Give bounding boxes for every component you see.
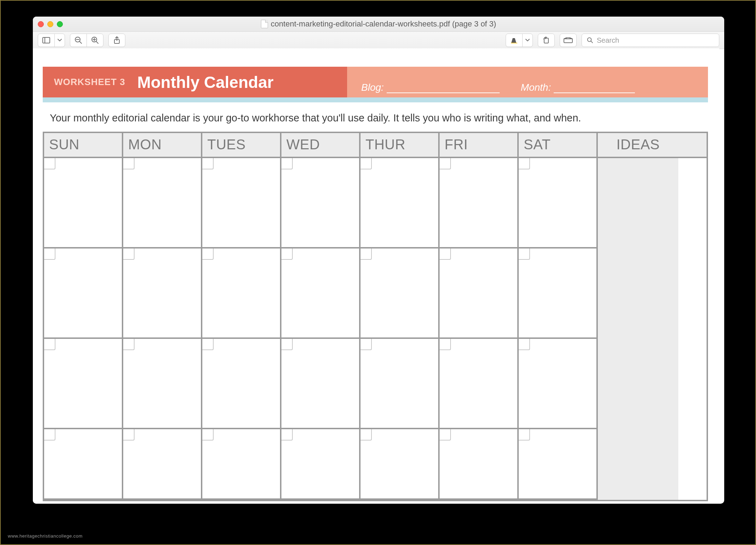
date-number-box [519,248,530,260]
calendar-cell [361,339,440,429]
date-number-box [361,158,372,169]
svg-rect-11 [511,43,517,43]
close-icon[interactable] [38,21,44,27]
svg-rect-0 [43,37,50,43]
calendar-cell [281,158,361,248]
calendar-cell [519,158,598,248]
date-number-box [281,339,293,350]
calendar-cell [202,429,281,500]
zoom-in-button[interactable] [87,34,103,47]
search-input[interactable]: Search [582,34,719,47]
zoom-out-button[interactable] [70,34,87,47]
calendar-row [44,339,598,429]
svg-line-3 [79,41,82,43]
calendar-row [44,429,598,500]
pdf-page: WORKSHEET 3 Monthly Calendar Blog: Month… [43,67,708,501]
zoom-icon[interactable] [57,21,63,27]
date-number-box [44,158,55,169]
svg-point-16 [588,38,591,42]
worksheet-number: WORKSHEET 3 [54,77,125,88]
calendar-row [44,248,598,339]
document-viewport[interactable]: WORKSHEET 3 Monthly Calendar Blog: Month… [33,48,719,504]
calendar-cell [44,339,123,429]
calendar-cell [202,339,281,429]
highlight-button[interactable] [506,34,523,47]
sidebar-toggle-button[interactable] [38,34,55,47]
watermark: www.heritagechristiancollege.com [8,533,83,539]
calendar-cell [44,248,123,339]
app-window: content-marketing-editorial-calendar-wor… [33,17,724,504]
intro-text: Your monthly editorial calendar is your … [50,112,708,124]
rotate-button[interactable] [538,34,555,47]
svg-rect-13 [564,39,572,43]
calendar-cell [440,248,519,339]
date-number-box [281,248,293,260]
date-number-box [361,429,372,441]
calendar: SUN MON TUES WED THUR FRI SAT IDEAS [43,132,708,501]
zoom-group [70,34,103,47]
toolbar: Search [33,32,724,49]
day-header-sat: SAT [519,133,598,157]
day-header-sun: SUN [44,133,123,157]
document-icon [261,20,268,28]
calendar-cell [123,339,202,429]
window-title: content-marketing-editorial-calendar-wor… [271,19,496,29]
calendar-cell [281,339,361,429]
calendar-cell [361,158,440,248]
svg-line-17 [591,41,593,43]
date-number-box [202,248,214,260]
date-number-box [123,248,135,260]
date-number-box [281,158,293,169]
markup-group [506,34,533,47]
date-number-box [519,429,530,441]
calendar-cell [519,248,598,339]
date-number-box [281,429,293,441]
date-number-box [202,429,214,441]
date-number-box [44,429,55,441]
date-number-box [361,339,372,350]
date-number-box [202,339,214,350]
date-number-box [123,429,135,441]
markup-toolbar-button[interactable] [560,34,577,47]
minimize-icon[interactable] [47,21,53,27]
calendar-cell [281,429,361,500]
day-header-thu: THUR [361,133,440,157]
date-number-box [123,158,135,169]
date-number-box [361,248,372,260]
share-button[interactable] [108,34,125,47]
calendar-cell [281,248,361,339]
calendar-cell [361,248,440,339]
sidebar-menu-button[interactable] [54,34,65,47]
calendar-cell [519,339,598,429]
calendar-cell [123,158,202,248]
highlight-menu-button[interactable] [522,34,533,47]
svg-line-6 [96,41,98,43]
ideas-column [598,158,678,500]
date-number-box [519,158,530,169]
svg-rect-12 [544,38,548,43]
date-number-box [44,248,55,260]
month-label: Month: [521,82,551,93]
worksheet-title: Monthly Calendar [137,73,274,92]
calendar-header-row: SUN MON TUES WED THUR FRI SAT IDEAS [44,133,707,158]
blog-label: Blog: [361,82,384,93]
worksheet-banner: WORKSHEET 3 Monthly Calendar Blog: Month… [43,67,708,97]
day-header-tue: TUES [202,133,281,157]
calendar-cell [44,429,123,500]
calendar-cell [123,429,202,500]
date-number-box [440,339,451,350]
date-number-box [519,339,530,350]
date-number-box [440,429,451,441]
calendar-cell [519,429,598,500]
date-number-box [440,248,451,260]
calendar-cell [202,248,281,339]
calendar-cell [440,158,519,248]
calendar-cell [440,429,519,500]
calendar-grid [44,158,598,500]
month-field: Month: [521,82,635,93]
search-placeholder: Search [597,36,619,44]
calendar-cell [123,248,202,339]
ideas-header: IDEAS [598,133,678,157]
titlebar: content-marketing-editorial-calendar-wor… [33,17,724,32]
date-number-box [440,158,451,169]
